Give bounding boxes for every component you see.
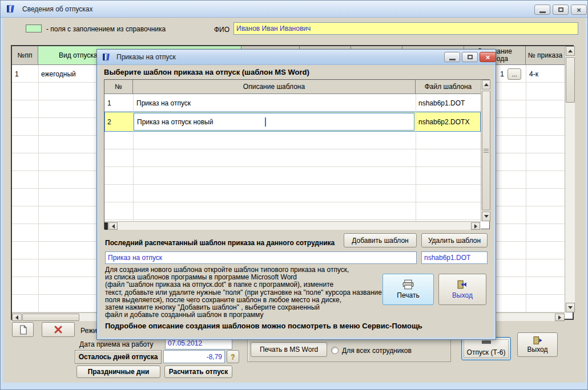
scroll-right-button[interactable] [555,314,565,321]
col-npp: №пп [12,46,38,65]
dialog-vscrollbar[interactable] [481,80,490,221]
scroll-up-icon [484,83,489,86]
fio-field[interactable]: Иванов Иван Иванович [233,22,578,35]
door-exit-icon [533,336,543,345]
cell-num: 1 [104,94,133,112]
new-document-icon [19,325,27,335]
add-template-button[interactable]: Добавить шаблон [344,233,417,247]
empty-rows [104,132,481,221]
window-frame-right [585,18,588,390]
cell-order: 4-к [526,65,565,83]
cell-desc: Приказ на отпуск [133,94,416,112]
books-icon [6,4,15,14]
last-desc-field[interactable]: Приказ на отпуск [105,251,417,264]
maximize-icon [558,7,563,12]
dialog-title: Приказы на отпуск [116,53,176,61]
orders-dialog: Приказы на отпуск × Выберите шаблон прик… [96,49,496,340]
legend-label: - поля с заполнением из справочника [46,25,166,33]
last-file-field[interactable]: nshab6p1.DOT [421,251,488,264]
fio-label: ФИО [214,26,229,34]
minimize-button[interactable] [534,5,550,15]
days-left-field[interactable]: -8,79 [163,350,225,363]
vscroll-thumb[interactable] [566,57,575,103]
print-button[interactable]: Печать [382,274,434,305]
col-file: Файл шаблона [416,80,481,94]
text-caret [265,117,266,127]
cell-file: nshab6p2.DOTX [416,112,481,132]
scroll-down-button[interactable] [482,212,490,221]
templates-table: № Описание шаблона Файл шаблона 1 Приказ… [104,79,490,229]
scroll-up-icon [568,50,573,52]
dialog-maximize-button[interactable] [462,52,478,62]
minimize-icon [449,59,456,60]
otpusk-t6-button[interactable]: Отпуск (Т-6) [461,337,511,360]
vscroll-thumb[interactable] [482,91,490,210]
dialog-minimize-button[interactable] [444,52,460,62]
main-exit-button[interactable]: Выход [517,332,558,357]
hire-date-label: Дата приема на работу [79,340,154,348]
scroll-right-icon [474,224,477,229]
all-employees-radio[interactable] [331,347,339,354]
delete-template-button[interactable]: Удалить шаблон [421,233,488,247]
window-frame-left [1,18,3,390]
scroll-down-icon [484,215,489,218]
days-left-label: Осталось дней отпуска [75,350,162,364]
holidays-button[interactable]: Праздничные дни [76,365,160,378]
scroll-left-icon [112,224,115,229]
scroll-left-button[interactable] [12,314,22,321]
scroll-right-icon [558,315,561,320]
template-desc-edit[interactable]: Приказ на отпуск новый [134,113,414,131]
ellipsis-button[interactable]: ... [508,68,521,80]
col-description: Описание шаблона [133,80,416,94]
dialog-exit-button[interactable]: Выход [438,274,486,305]
all-employees-label: Для всех сотрудников [342,347,412,355]
dialog-hscrollbar[interactable] [104,221,481,230]
hscroll-thumb[interactable] [22,314,79,321]
door-exit-icon [457,280,468,289]
scroll-up-button[interactable] [566,46,575,56]
help-button[interactable]: ? [227,350,239,363]
legend-swatch [26,25,42,32]
new-record-button[interactable] [12,322,34,337]
scroll-right-button[interactable] [471,222,480,230]
main-window: Сведения об отпусках × - поля с заполнен… [0,0,588,390]
dialog-heading: Выберите шаблон приказа на отпуск (шабло… [104,68,309,76]
col-order-number: № приказа [526,46,565,65]
template-row-selected[interactable]: 2 Приказ на отпуск новый nshab6p2.DOTX [104,112,481,132]
note: Подробное описание создания шаблонов мож… [105,322,422,330]
question-icon: ? [231,353,235,361]
delete-x-icon [54,325,63,334]
close-icon: × [577,6,581,14]
scroll-up-button[interactable] [482,80,490,90]
main-titlebar: Сведения об отпусках × [1,1,587,18]
calculate-button[interactable]: Расчитать отпуск [164,365,232,378]
last-printed-label: Последний распечатанный шаблон приказа н… [105,239,335,247]
window-title: Сведения об отпусках [22,5,93,13]
hscroll-thumb[interactable] [104,222,108,230]
window-frame-bottom [1,383,588,390]
scroll-left-button[interactable] [108,222,118,230]
maximize-button[interactable] [553,5,569,15]
close-icon: × [486,54,490,61]
cell-file: nshab6p1.DOT [416,94,481,112]
scroll-down-button[interactable] [566,303,575,312]
maximize-icon [468,55,473,59]
col-num: № [104,80,133,94]
close-button[interactable]: × [571,5,587,15]
delete-record-button[interactable] [42,322,75,337]
scroll-left-icon [15,315,18,320]
table-vscrollbar[interactable] [565,46,575,312]
printer-icon [402,279,414,290]
template-row[interactable]: 1 Приказ на отпуск nshab6p1.DOT [104,94,481,112]
minimize-icon [539,11,546,13]
cell-num: 2 [104,112,133,132]
dialog-titlebar: Приказы на отпуск × [97,50,496,65]
print-word-button[interactable]: Печать в MS Word [251,342,327,357]
cell-npp: 1 [12,65,38,83]
dialog-close-button[interactable]: × [480,52,496,62]
scroll-down-icon [568,306,573,309]
books-icon [102,52,111,62]
